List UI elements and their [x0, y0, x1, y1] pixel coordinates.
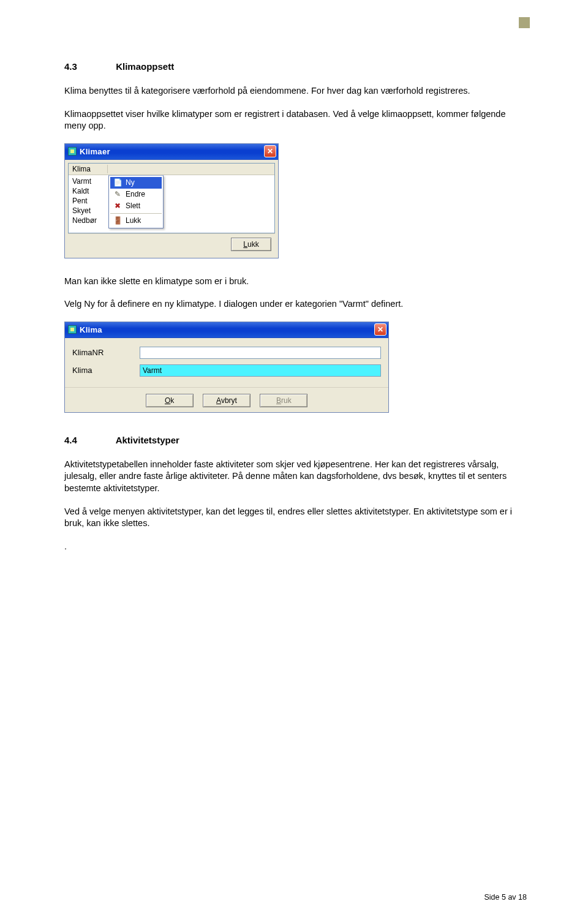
list-item[interactable]: Kaldt: [69, 186, 274, 196]
list-item[interactable]: Nedbør: [69, 216, 274, 225]
list-item[interactable]: Pent: [69, 196, 274, 206]
stray-dot: .: [64, 541, 527, 553]
list-item[interactable]: Skyet: [69, 206, 274, 216]
section-4-3-heading: 4.3 Klimaoppsett: [64, 61, 527, 72]
para-4-3-1: Klima benyttes til å kategorisere værfor…: [64, 85, 527, 97]
section-num: 4.4: [64, 435, 113, 445]
app-icon: [68, 325, 77, 334]
edit-icon: [113, 189, 123, 199]
ctx-item-lukk[interactable]: Lukk: [110, 215, 162, 227]
para-4-3-3: Man kan ikke slette en klimatype som er …: [64, 276, 527, 288]
list-item[interactable]: Varmt: [69, 176, 274, 186]
exit-icon: [113, 216, 123, 225]
label-klimanr: KlimaNR: [72, 348, 140, 357]
klima-dialog: Klima ✕ KlimaNR Klima Ok Avbryt Bruk: [64, 322, 389, 413]
section-4-4-heading: 4.4 Aktivitetstyper: [64, 435, 527, 445]
klima-input[interactable]: [140, 364, 381, 377]
close-icon[interactable]: ✕: [264, 145, 276, 157]
klimaer-window: Klimaer ✕ Klima Varmt Kaldt Pent Skyet N…: [64, 143, 279, 258]
label-klima: Klima: [72, 366, 140, 375]
klima-titlebar[interactable]: Klima ✕: [65, 322, 388, 338]
ctx-item-endre[interactable]: Endre: [110, 189, 162, 200]
ctx-label: Endre: [126, 190, 145, 198]
ctx-label: Slett: [126, 201, 140, 210]
section-title: Klimaoppsett: [116, 61, 174, 72]
list-header-row: Klima: [69, 164, 274, 175]
section-title: Aktivitetstyper: [116, 435, 179, 445]
ctx-label: Lukk: [126, 216, 141, 225]
new-icon: [113, 178, 123, 187]
ctx-item-ny[interactable]: Ny: [110, 177, 162, 189]
klima-dialog-title: Klima: [80, 325, 374, 334]
column-header-klima[interactable]: Klima: [72, 165, 108, 173]
lukk-button[interactable]: Lukk: [231, 238, 271, 251]
ok-button[interactable]: Ok: [146, 394, 194, 407]
page-accent-box: [519, 17, 530, 28]
delete-icon: [113, 201, 123, 211]
section-num: 4.3: [64, 61, 113, 72]
para-4-4-1: Aktivitetstypetabellen inneholder faste …: [64, 459, 527, 495]
avbryt-button[interactable]: Avbryt: [203, 394, 251, 407]
ctx-item-slett[interactable]: Slett: [110, 200, 162, 212]
para-4-3-2: Klimaoppsettet viser hvilke klimatyper s…: [64, 108, 527, 132]
bruk-button[interactable]: Bruk: [260, 394, 307, 407]
page-number: Side 5 av 18: [484, 893, 527, 902]
para-4-4-2: Ved å velge menyen aktivitetstyper, kan …: [64, 506, 527, 530]
para-4-3-4: Velg Ny for å definere en ny klimatype. …: [64, 298, 527, 311]
ctx-label: Ny: [126, 178, 135, 187]
close-icon[interactable]: ✕: [374, 323, 386, 336]
klimaer-title: Klimaer: [80, 147, 264, 156]
ctx-separator: [110, 213, 162, 214]
klimanr-input[interactable]: [140, 347, 381, 359]
app-icon: [68, 147, 77, 156]
klima-list[interactable]: Klima Varmt Kaldt Pent Skyet Nedbør Ny: [68, 163, 275, 233]
klimaer-titlebar[interactable]: Klimaer ✕: [65, 144, 278, 160]
context-menu: Ny Endre Slett Lukk: [108, 175, 164, 228]
